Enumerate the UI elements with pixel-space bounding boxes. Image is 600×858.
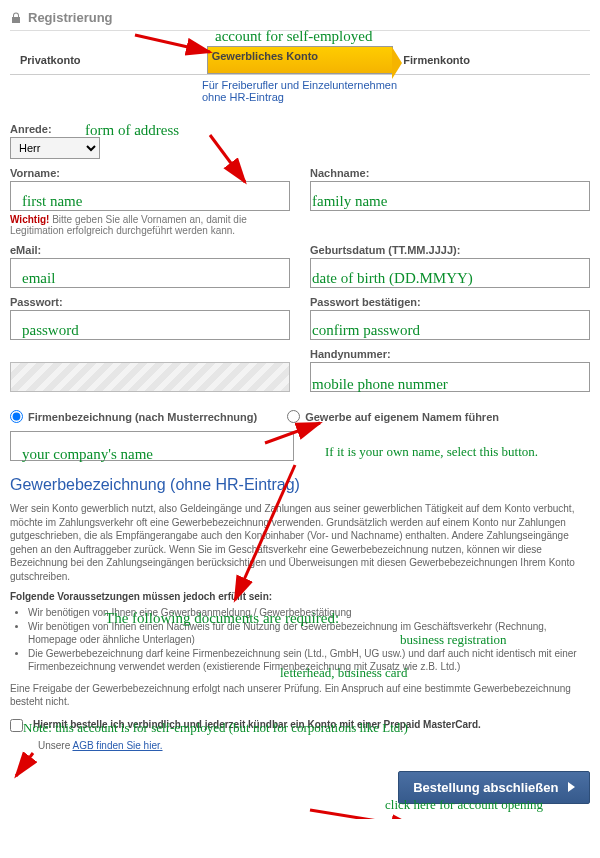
tab-subtitle: Für Freiberufler und Einzelunternehmen o… [10,75,400,113]
handy-input[interactable] [310,362,590,392]
vorname-hint-prefix: Wichtig! [10,214,49,225]
tab-firma[interactable]: Firmenkonto [393,46,590,74]
anrede-label: Anrede: [10,123,590,135]
radio-firmenbezeichnung[interactable] [10,410,23,423]
section-heading: Gewerbebezeichnung (ohne HR-Eintrag) [10,476,590,494]
striped-placeholder [10,362,290,392]
page-title: Registrierung [10,5,590,31]
handy-label: Handynummer: [310,348,590,360]
agb-prefix: Unsere [38,740,72,751]
chevron-right-icon [568,782,575,792]
requirement-2: Wir benötigen von Ihnen einen Nachweis f… [28,620,590,647]
passwort-input[interactable] [10,310,290,340]
freigabe-note: Eine Freigabe der Gewerbebezeichnung erf… [10,682,590,709]
section-paragraph: Wer sein Konto gewerblich nutzt, also Ge… [10,502,590,583]
email-input[interactable] [10,258,290,288]
tab-firma-label: Firmenkonto [403,54,470,66]
vorname-hint: Wichtig! Bitte geben Sie alle Vornamen a… [10,214,290,236]
geburtsdatum-label: Geburtsdatum (TT.MM.JJJJ): [310,244,590,256]
geburtsdatum-input[interactable] [310,258,590,288]
account-type-tabs: Privatkonto Gewerbliches Konto Firmenkon… [10,46,590,75]
radio-eigener-name[interactable] [287,410,300,423]
passwort2-input[interactable] [310,310,590,340]
tab-privat-label: Privatkonto [20,54,81,66]
passwort2-label: Passwort bestätigen: [310,296,590,308]
tab-gewerblich-label: Gewerbliches Konto [212,50,318,62]
requirement-3: Die Gewerbebezeichnung darf keine Firmen… [28,647,590,674]
vorname-input[interactable] [10,181,290,211]
submit-button-label: Bestellung abschließen [413,780,558,795]
passwort-label: Passwort: [10,296,290,308]
consent-row: Hiermit bestelle ich verbindlich und jed… [10,719,590,732]
agb-line: Unsere AGB finden Sie hier. [38,740,590,751]
agb-link[interactable]: AGB finden Sie hier. [72,740,162,751]
requirements-list: Wir benötigen von Ihnen eine Gewerbeanme… [28,606,590,674]
lock-icon [10,12,22,24]
tab-gewerblich[interactable]: Gewerbliches Konto [207,46,394,74]
nachname-input[interactable] [310,181,590,211]
tab-privat[interactable]: Privatkonto [10,46,207,74]
requirement-1: Wir benötigen von Ihnen eine Gewerbeanme… [28,606,590,620]
anrede-select[interactable]: Herr [10,137,100,159]
consent-text: Hiermit bestelle ich verbindlich und jed… [33,719,481,730]
consent-checkbox[interactable] [10,719,23,732]
email-label: eMail: [10,244,290,256]
nachname-label: Nachname: [310,167,590,179]
radio-eigener-name-label: Gewerbe auf eigenem Namem führen [305,411,499,423]
submit-button[interactable]: Bestellung abschließen [398,771,590,804]
radio-firmenbezeichnung-label: Firmenbezeichnung (nach Musterrechnung) [28,411,257,423]
vorname-label: Vorname: [10,167,290,179]
firmenname-input[interactable] [10,431,294,461]
requirements-heading: Folgende Voraussetzungen müssen jedoch e… [10,591,590,602]
page-title-text: Registrierung [28,10,113,25]
